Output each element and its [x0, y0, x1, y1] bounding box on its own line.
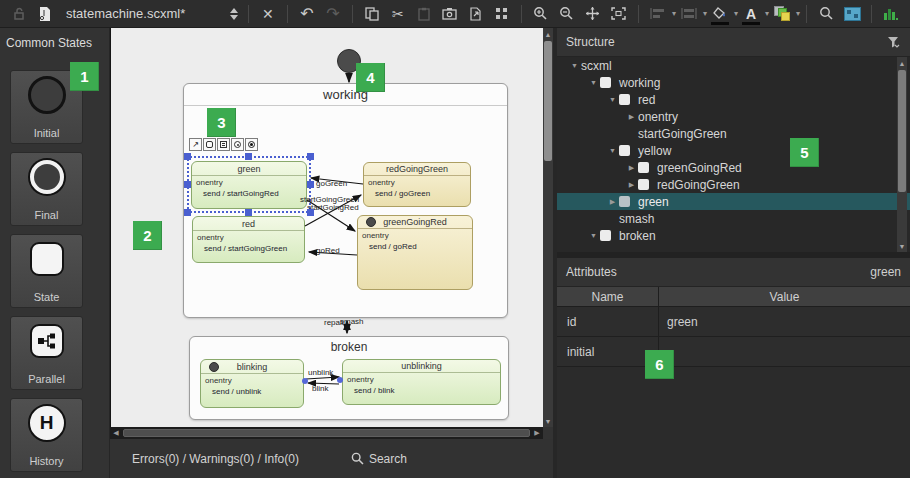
- tree-row-startGoingGreen[interactable]: startGoingGreen: [557, 125, 910, 142]
- scroll-down-icon[interactable]: ▼: [897, 240, 907, 252]
- add-parallel-icon[interactable]: [217, 138, 230, 151]
- align-states-button[interactable]: [647, 2, 669, 26]
- search-control[interactable]: Search: [351, 452, 407, 466]
- adjust-states-button[interactable]: [678, 2, 700, 26]
- redo-button[interactable]: ↷: [322, 2, 344, 26]
- column-header-name[interactable]: Name: [557, 287, 659, 306]
- document-selector[interactable]: statemachine.scxml*: [66, 6, 230, 21]
- tree-row-onentry[interactable]: ▶ onentry: [557, 108, 910, 125]
- expander-open-icon[interactable]: ▼: [587, 232, 600, 239]
- expander-open-icon[interactable]: ▼: [606, 147, 619, 154]
- scroll-right-icon[interactable]: ▶: [531, 429, 543, 437]
- scroll-up-icon[interactable]: ▲: [897, 57, 907, 69]
- state-unblinking[interactable]: unblinking onentry send / blink: [342, 359, 501, 405]
- expander-open-icon[interactable]: ▼: [568, 62, 581, 69]
- vertical-scroll-thumb[interactable]: [544, 41, 552, 161]
- selection-handle[interactable]: [307, 209, 314, 216]
- sidebar-item-final[interactable]: Final: [10, 152, 83, 226]
- expander-closed-icon[interactable]: ▶: [625, 181, 638, 189]
- selection-handle[interactable]: [184, 209, 191, 216]
- transition-label-blink[interactable]: blink: [312, 384, 328, 393]
- color-theme-button[interactable]: [771, 2, 793, 26]
- attribute-row-id[interactable]: id green: [557, 307, 910, 337]
- tree-row-smash[interactable]: smash: [557, 210, 910, 227]
- copy-button[interactable]: [361, 2, 383, 26]
- fill-color-button[interactable]: [709, 2, 731, 26]
- tree-row-greenGoingRed[interactable]: ▶ greenGoingRed: [557, 159, 910, 176]
- expander-open-icon[interactable]: ▼: [587, 79, 600, 86]
- screenshot-button[interactable]: [439, 2, 461, 26]
- tree-row-working[interactable]: ▼ working: [557, 74, 910, 91]
- scroll-up-icon[interactable]: ▲: [543, 28, 553, 40]
- selection-handle[interactable]: [307, 181, 314, 188]
- statistics-button[interactable]: [880, 2, 902, 26]
- align-caret-icon[interactable]: ▾: [672, 9, 676, 18]
- fill-color-caret-icon[interactable]: ▾: [734, 9, 738, 18]
- selection-handle[interactable]: [184, 181, 191, 188]
- tree-scrollbar[interactable]: ▲ ▼: [897, 57, 907, 252]
- canvas-horizontal-scrollbar[interactable]: ◀ ▶: [110, 427, 543, 439]
- magnifier-grid-icon[interactable]: [491, 2, 513, 26]
- filter-icon[interactable]: [887, 36, 901, 48]
- navigator-button[interactable]: [841, 2, 863, 26]
- tree-row-broken[interactable]: ▼ broken: [557, 227, 910, 244]
- add-final-icon[interactable]: [245, 138, 258, 151]
- state-blinking[interactable]: blinking onentry send / unblink: [200, 359, 304, 408]
- expander-closed-icon[interactable]: ▶: [625, 164, 638, 172]
- scroll-down-icon[interactable]: ▼: [543, 415, 553, 427]
- add-state-icon[interactable]: [203, 138, 216, 151]
- selection-handle[interactable]: [307, 153, 314, 160]
- selection-handle[interactable]: [245, 153, 252, 160]
- fit-to-screen-button[interactable]: [608, 2, 630, 26]
- font-color-button[interactable]: A: [740, 2, 762, 26]
- sidebar-item-history[interactable]: H History: [10, 398, 83, 472]
- paste-button[interactable]: [413, 2, 435, 26]
- horizontal-scroll-thumb[interactable]: [123, 429, 530, 437]
- expander-closed-icon[interactable]: ▶: [606, 198, 619, 206]
- expander-closed-icon[interactable]: ▶: [625, 113, 638, 121]
- issues-summary[interactable]: Errors(0) / Warnings(0) / Info(0): [132, 452, 299, 466]
- tree-scroll-thumb[interactable]: [898, 70, 906, 192]
- sidebar-item-parallel[interactable]: Parallel: [10, 316, 83, 390]
- undo-button[interactable]: ↶: [296, 2, 318, 26]
- transition-label-goGreen[interactable]: goGreen: [316, 179, 347, 188]
- color-theme-caret-icon[interactable]: ▾: [796, 9, 800, 18]
- close-document-button[interactable]: ✕: [257, 2, 279, 26]
- state-red[interactable]: red onentry send / startGoingGreen: [192, 216, 305, 263]
- font-color-caret-icon[interactable]: ▾: [765, 9, 769, 18]
- search-toolbar-button[interactable]: [815, 2, 837, 26]
- tree-row-scxml[interactable]: ▼ scxml: [557, 57, 910, 74]
- transition-label-startGoingRed[interactable]: startGoingRed: [307, 203, 359, 212]
- column-header-value[interactable]: Value: [659, 287, 910, 306]
- state-greenGoingRed[interactable]: greenGoingRed onentry send / goRed: [357, 215, 473, 290]
- zoom-in-button[interactable]: [530, 2, 552, 26]
- export-canvas-button[interactable]: [465, 2, 487, 26]
- state-green[interactable]: green onentry send / startGoingRed: [191, 161, 307, 209]
- lock-open-icon[interactable]: [8, 2, 30, 26]
- transition-label-unblink[interactable]: unblink: [308, 368, 333, 377]
- selection-handle[interactable]: [184, 153, 191, 160]
- sidebar-item-state[interactable]: State: [10, 234, 83, 308]
- adjust-caret-icon[interactable]: ▾: [703, 9, 707, 18]
- zoom-out-button[interactable]: [556, 2, 578, 26]
- pan-tool-button[interactable]: [582, 2, 604, 26]
- scroll-left-icon[interactable]: ◀: [110, 429, 122, 437]
- tree-row-red[interactable]: ▼ red: [557, 91, 910, 108]
- diagram-canvas[interactable]: working yellow redGoingGreen onentry sen…: [110, 28, 543, 427]
- canvas-vertical-scrollbar[interactable]: ▲ ▼: [543, 28, 553, 427]
- add-transition-icon[interactable]: ↗: [189, 138, 202, 151]
- state-redGoingGreen[interactable]: redGoingGreen onentry send / goGreen: [363, 162, 471, 207]
- transition-label-goRed[interactable]: goRed: [316, 246, 340, 255]
- document-spinner[interactable]: [230, 8, 238, 20]
- expander-open-icon[interactable]: ▼: [606, 96, 619, 103]
- attribute-row-initial[interactable]: initial: [557, 337, 910, 367]
- tree-row-green-selected[interactable]: ▶ green: [557, 193, 910, 210]
- attribute-value[interactable]: [659, 337, 910, 366]
- cut-button[interactable]: ✂: [387, 2, 409, 26]
- transition-label-smash[interactable]: smash: [340, 317, 364, 326]
- tree-row-redGoingGreen[interactable]: ▶ redGoingGreen: [557, 176, 910, 193]
- selection-handle[interactable]: [245, 209, 252, 216]
- attribute-value[interactable]: green: [659, 307, 910, 336]
- add-history-icon[interactable]: [231, 138, 244, 151]
- tree-row-yellow[interactable]: ▼ yellow: [557, 142, 910, 159]
